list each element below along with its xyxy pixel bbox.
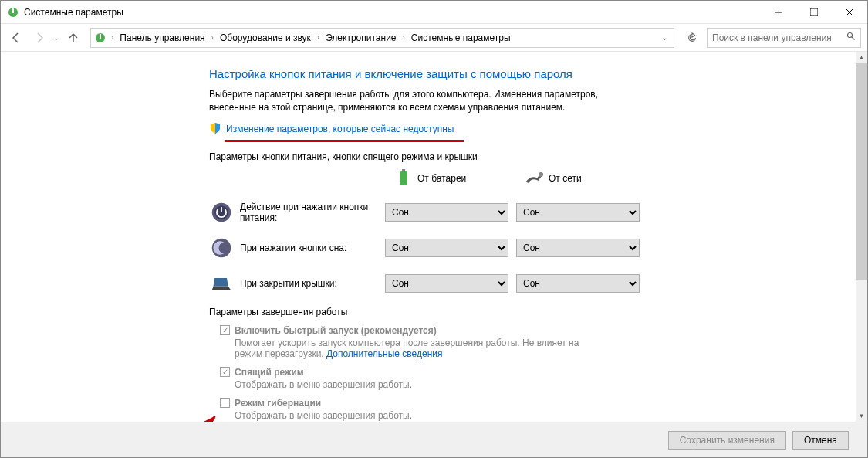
page-title: Настройка кнопок питания и включение защ… bbox=[209, 67, 856, 80]
row-lid-close: При закрытии крышки: Сон Сон bbox=[209, 271, 856, 296]
breadcrumb-chevron-icon[interactable]: › bbox=[401, 33, 407, 42]
svg-point-8 bbox=[848, 33, 853, 38]
power-button-battery-select[interactable]: Сон bbox=[385, 203, 508, 222]
scroll-up-button[interactable]: ▲ bbox=[856, 52, 867, 63]
annotation-underline bbox=[225, 140, 464, 142]
breadcrumb-item[interactable]: Электропитание bbox=[324, 32, 397, 43]
scroll-down-button[interactable]: ▼ bbox=[856, 410, 867, 422]
fast-startup-checkbox[interactable] bbox=[220, 325, 230, 335]
row-sleep-button: При нажатии кнопки сна: Сон Сон bbox=[209, 236, 856, 260]
row-power-button: Действие при нажатии кнопки питания: Сон… bbox=[209, 200, 856, 225]
search-input[interactable] bbox=[712, 32, 846, 43]
svg-rect-7 bbox=[100, 34, 101, 39]
breadcrumb[interactable]: › Панель управления › Оборудование и зву… bbox=[90, 28, 674, 48]
page-description: Выберите параметры завершения работы для… bbox=[209, 88, 641, 114]
power-button-plugged-select[interactable]: Сон bbox=[516, 203, 640, 222]
breadcrumb-item[interactable]: Панель управления bbox=[118, 32, 206, 43]
search-box[interactable] bbox=[707, 28, 861, 48]
footer: Сохранить изменения Отмена bbox=[1, 422, 867, 457]
app-icon bbox=[7, 6, 19, 19]
content-area: Настройка кнопок питания и включение защ… bbox=[1, 52, 856, 422]
save-button[interactable]: Сохранить изменения bbox=[668, 431, 786, 450]
svg-rect-1 bbox=[12, 8, 14, 13]
checkbox-fast-startup: Включить быстрый запуск (рекомендуется) … bbox=[220, 325, 856, 359]
section-header-buttons: Параметры кнопки питания, кнопки спящего… bbox=[209, 151, 856, 162]
svg-point-12 bbox=[539, 172, 543, 177]
svg-rect-10 bbox=[400, 171, 407, 185]
breadcrumb-icon bbox=[94, 32, 106, 44]
breadcrumb-item[interactable]: Системные параметры bbox=[410, 32, 512, 43]
back-button[interactable] bbox=[7, 29, 25, 47]
maximize-button[interactable] bbox=[796, 1, 832, 24]
vertical-scrollbar[interactable]: ▲ ▼ bbox=[856, 52, 867, 422]
checkbox-hibernate: Режим гибернации Отображать в меню завер… bbox=[220, 398, 856, 421]
breadcrumb-chevron-icon[interactable]: › bbox=[110, 33, 115, 42]
checkbox-sleep: Спящий режим Отображать в меню завершени… bbox=[220, 367, 856, 390]
cancel-button[interactable]: Отмена bbox=[792, 431, 849, 450]
navbar: ⌄ › Панель управления › Оборудование и з… bbox=[1, 24, 867, 52]
breadcrumb-dropdown[interactable]: ⌄ bbox=[658, 33, 670, 42]
column-battery: От батареи bbox=[394, 168, 525, 189]
up-button[interactable] bbox=[64, 29, 83, 47]
close-button[interactable] bbox=[832, 1, 867, 24]
svg-line-9 bbox=[852, 37, 855, 40]
refresh-button[interactable] bbox=[682, 28, 702, 48]
laptop-icon bbox=[209, 271, 234, 296]
breadcrumb-item[interactable]: Оборудование и звук bbox=[218, 32, 312, 43]
moon-icon bbox=[209, 236, 234, 260]
column-plugged: От сети bbox=[525, 168, 657, 189]
power-icon bbox=[209, 200, 234, 225]
lid-plugged-select[interactable]: Сон bbox=[516, 274, 640, 293]
minimize-button[interactable] bbox=[761, 1, 796, 24]
forward-button[interactable] bbox=[30, 29, 49, 47]
plug-icon bbox=[525, 168, 544, 189]
scroll-thumb[interactable] bbox=[856, 63, 867, 280]
svg-rect-11 bbox=[402, 169, 405, 171]
sleep-button-plugged-select[interactable]: Сон bbox=[516, 239, 640, 257]
breadcrumb-chevron-icon[interactable]: › bbox=[210, 33, 215, 42]
breadcrumb-chevron-icon[interactable]: › bbox=[316, 33, 321, 42]
section-header-shutdown: Параметры завершения работы bbox=[209, 307, 856, 317]
sleep-checkbox[interactable] bbox=[220, 367, 230, 377]
titlebar: Системные параметры bbox=[1, 1, 867, 24]
window-title: Системные параметры bbox=[24, 7, 761, 18]
sleep-button-battery-select[interactable]: Сон bbox=[385, 239, 508, 257]
history-dropdown[interactable]: ⌄ bbox=[53, 34, 59, 42]
lid-battery-select[interactable]: Сон bbox=[385, 274, 508, 293]
more-info-link[interactable]: Дополнительные сведения bbox=[326, 348, 442, 359]
shield-icon bbox=[209, 122, 221, 137]
change-settings-link[interactable]: Изменение параметров, которые сейчас нед… bbox=[226, 124, 454, 134]
battery-icon bbox=[394, 168, 413, 189]
hibernate-checkbox[interactable] bbox=[220, 398, 230, 408]
svg-rect-3 bbox=[810, 8, 818, 16]
search-icon bbox=[846, 32, 856, 43]
